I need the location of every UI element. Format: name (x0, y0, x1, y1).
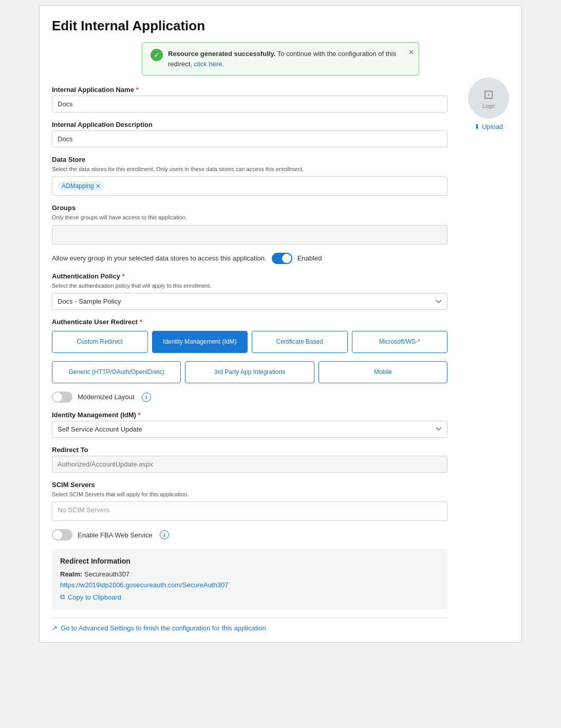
redirect-btn-mobile[interactable]: Mobile (319, 361, 447, 383)
redirect-btn-generic[interactable]: Generic (HTTP/OAuth/OpenID/etc) (52, 361, 181, 383)
redirect-to-group: Redirect To (52, 446, 447, 473)
logo-section: ⊡ Logo ⬇ Upload (468, 78, 509, 130)
realm-label: Realm: (60, 570, 82, 578)
scim-desc: Select SCIM Servers that will apply for … (52, 491, 447, 498)
advanced-settings-link[interactable]: ↗ Go to Advanced Settings to finish the … (52, 618, 447, 632)
copy-icon: ⧉ (60, 593, 65, 601)
tag-remove-icon[interactable]: × (96, 182, 100, 190)
banner-link[interactable]: click here. (194, 60, 225, 68)
data-store-desc: Select the data stores for this enrollme… (52, 165, 447, 173)
idm-group: Identity Management (IdM) * Self Service… (52, 411, 447, 438)
allow-groups-row: Allow every group in your selected data … (52, 253, 447, 264)
groups-desc: Only these groups will have access to th… (52, 214, 447, 221)
scim-group: SCIM Servers Select SCIM Servers that wi… (52, 481, 447, 521)
adm-tag: ADMapping × (58, 181, 104, 191)
data-store-input[interactable]: ADMapping × (52, 176, 447, 196)
form-section: Internal Application Name * Internal App… (52, 86, 447, 632)
redirect-btn-ms[interactable]: Microsoft/WS-* (352, 331, 448, 353)
copy-clipboard-button[interactable]: ⧉ Copy to Clipboard (60, 593, 439, 601)
fba-label: Enable FBA Web Service (78, 531, 153, 539)
data-store-label: Data Store (52, 156, 447, 163)
auth-redirect-group: Authenticate User Redirect * Custom Redi… (52, 318, 447, 383)
fba-toggle[interactable] (52, 529, 72, 540)
redirect-info-section: Redirect Information Realm: Secureauth30… (52, 549, 447, 609)
idm-label: Identity Management (IdM) * (52, 411, 447, 419)
camera-icon: ⊡ (483, 87, 494, 102)
auth-redirect-label: Authenticate User Redirect * (52, 318, 447, 326)
fba-row: Enable FBA Web Service i (52, 529, 447, 540)
upload-arrow-icon: ⬇ (474, 123, 480, 130)
success-banner: ✓ Resource generated successfully. To co… (142, 42, 419, 76)
upload-label: Upload (482, 123, 503, 130)
redirect-btn-cert[interactable]: Certificate Based (252, 331, 348, 353)
modernized-layout-toggle[interactable] (52, 391, 72, 403)
scim-label: SCIM Servers (52, 481, 447, 489)
advanced-link-label: Go to Advanced Settings to finish the co… (61, 624, 266, 632)
upload-link[interactable]: ⬇ Upload (474, 123, 503, 130)
redirect-to-input[interactable] (52, 456, 447, 473)
banner-bold: Resource generated successfully. (168, 50, 275, 58)
allow-groups-toggle[interactable] (272, 253, 292, 264)
allow-groups-status: Enabled (297, 254, 322, 262)
page-title: Edit Internal Application (52, 18, 509, 34)
redirect-grid-row2: Generic (HTTP/OAuth/OpenID/etc) 3rd Part… (52, 361, 447, 383)
redirect-info-title: Redirect Information (60, 557, 439, 565)
modernized-layout-row: Modernized Layout i (52, 391, 447, 403)
banner-close-button[interactable]: × (409, 48, 414, 57)
fba-info-icon[interactable]: i (160, 530, 169, 539)
redirect-btn-idm[interactable]: Identity Management (IdM) (152, 331, 248, 353)
redirect-btn-3rdparty[interactable]: 3rd Party App Integrations (185, 361, 314, 383)
redirect-info-url[interactable]: https://w2019idp2006.gosecureauth.com/Se… (60, 581, 439, 589)
scim-placeholder: No SCIM Servers (58, 506, 109, 514)
banner-text: Resource generated successfully. To cont… (168, 49, 410, 69)
logo-label: Logo (482, 103, 495, 109)
tag-label: ADMapping (62, 182, 94, 190)
groups-input[interactable] (52, 225, 447, 245)
copy-label: Copy to Clipboard (68, 593, 121, 601)
app-desc-label: Internal Application Description (52, 121, 447, 128)
allow-groups-label: Allow every group in your selected data … (52, 254, 267, 262)
realm-value: Secureauth307 (84, 570, 129, 578)
auth-policy-group: Authentication Policy * Select the authe… (52, 272, 447, 310)
groups-group: Groups Only these groups will have acces… (52, 204, 447, 244)
auth-policy-label: Authentication Policy * (52, 272, 447, 280)
auth-policy-desc: Select the authentication policy that wi… (52, 282, 447, 290)
scim-input[interactable]: No SCIM Servers (52, 501, 447, 521)
idm-select[interactable]: Self Service Account Update (52, 421, 447, 438)
logo-circle: ⊡ Logo (468, 78, 509, 119)
app-name-group: Internal Application Name * (52, 86, 447, 113)
check-icon: ✓ (151, 49, 163, 61)
app-name-label: Internal Application Name * (52, 86, 447, 94)
redirect-grid-row1: Custom Redirect Identity Management (IdM… (52, 331, 447, 353)
groups-label: Groups (52, 204, 447, 212)
data-store-group: Data Store Select the data stores for th… (52, 156, 447, 196)
redirect-info-realm: Realm: Secureauth307 (60, 570, 439, 578)
modernized-layout-label: Modernized Layout (78, 393, 135, 401)
app-name-input[interactable] (52, 96, 447, 113)
redirect-to-label: Redirect To (52, 446, 447, 454)
app-desc-input[interactable] (52, 130, 447, 147)
redirect-btn-custom[interactable]: Custom Redirect (52, 331, 148, 353)
page-container: Edit Internal Application ✓ Resource gen… (39, 5, 522, 643)
auth-policy-select[interactable]: Docs - Sample Policy (52, 293, 447, 310)
modernized-layout-info-icon[interactable]: i (142, 393, 151, 402)
app-desc-group: Internal Application Description (52, 121, 447, 147)
advanced-arrow-icon: ↗ (52, 624, 58, 632)
